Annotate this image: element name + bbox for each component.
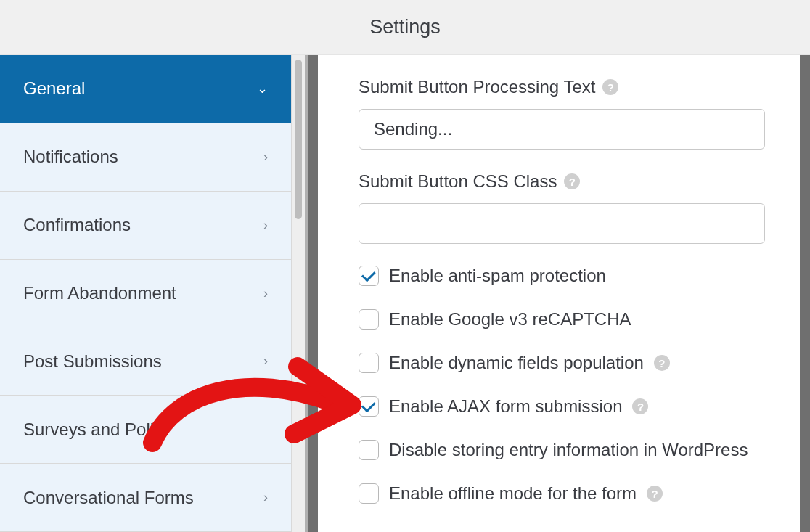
submit-css-class-input[interactable] [359,203,765,244]
checkbox-input[interactable] [359,309,379,330]
sidebar-item-notifications[interactable]: Notifications › [0,123,291,192]
checkbox-disable-storing: Disable storing entry information in Wor… [359,440,778,460]
sidebar-item-label: Notifications [23,147,118,167]
layout: General ⌄ Notifications › Confirmations … [0,55,810,532]
sidebar-item-label: Post Submissions [23,351,162,372]
checkbox-ajax-submit: Enable AJAX form submission ? [359,396,778,417]
sidebar-item-label: Surveys and Polls [23,420,163,440]
checkbox-input[interactable] [359,353,379,373]
field-label-text: Submit Button Processing Text [359,77,595,97]
help-icon[interactable]: ? [602,79,618,95]
sidebar-item-label: Confirmations [23,215,131,235]
chevron-down-icon: ⌄ [257,81,268,97]
help-icon[interactable]: ? [632,398,648,414]
sidebar-item-general[interactable]: General ⌄ [0,55,291,123]
sidebar-scrollbar[interactable] [292,55,308,532]
field-submit-css-class: Submit Button CSS Class ? [359,171,778,244]
checkbox-input[interactable] [359,440,379,460]
chevron-right-icon: › [263,150,268,165]
checkbox-anti-spam: Enable anti-spam protection [359,266,778,286]
sidebar-item-conversational-forms[interactable]: Conversational Forms › [0,464,291,532]
sidebar-item-label: Form Abandonment [23,283,176,303]
settings-panel: Submit Button Processing Text ? Submit B… [318,55,810,532]
scrollbar-thumb[interactable] [295,60,302,219]
checkbox-label: Enable dynamic fields population [389,353,644,373]
chevron-right-icon: › [263,218,268,233]
chevron-right-icon: › [263,353,268,369]
checkbox-input[interactable] [359,396,379,417]
help-icon[interactable]: ? [647,486,663,502]
checkbox-recaptcha: Enable Google v3 reCAPTCHA [359,309,778,330]
checkbox-dynamic-fields: Enable dynamic fields population ? [359,353,778,373]
checkbox-label: Enable Google v3 reCAPTCHA [389,309,631,330]
page-title: Settings [0,0,810,55]
panel-divider [308,55,318,532]
checkbox-label: Disable storing entry information in Wor… [389,440,748,460]
right-edge-bar [800,55,810,532]
chevron-right-icon: › [263,286,268,301]
sidebar-item-label: Conversational Forms [23,488,194,508]
chevron-right-icon: › [263,490,268,505]
sidebar-item-label: General [23,78,85,99]
field-label-text: Submit Button CSS Class [359,171,557,192]
sidebar-item-surveys-polls[interactable]: Surveys and Polls [0,396,291,464]
checkbox-label: Enable offline mode for the form [389,483,637,504]
help-icon[interactable]: ? [564,173,580,189]
field-submit-processing-text: Submit Button Processing Text ? [359,77,778,150]
checkbox-label: Enable anti-spam protection [389,266,606,286]
checkbox-input[interactable] [359,266,379,286]
settings-sidebar: General ⌄ Notifications › Confirmations … [0,55,292,532]
submit-processing-input[interactable] [359,109,765,150]
help-icon[interactable]: ? [654,355,670,371]
checkbox-label: Enable AJAX form submission [389,396,622,417]
checkbox-input[interactable] [359,483,379,504]
sidebar-item-confirmations[interactable]: Confirmations › [0,192,291,260]
sidebar-item-post-submissions[interactable]: Post Submissions › [0,327,291,396]
sidebar-item-form-abandonment[interactable]: Form Abandonment › [0,260,291,328]
checkbox-offline-mode: Enable offline mode for the form ? [359,483,778,504]
